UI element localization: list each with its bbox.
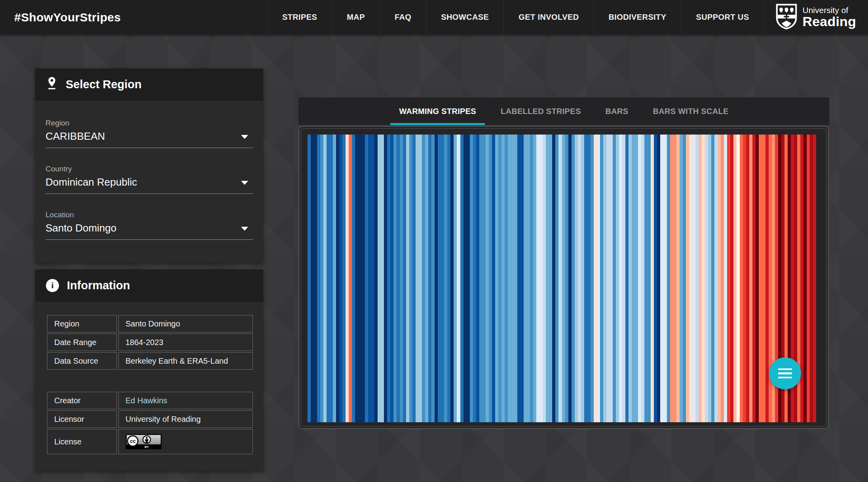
stripe-year-1889	[387, 135, 390, 422]
stripe-year-1866	[314, 135, 317, 422]
stripe-year-1949	[578, 135, 581, 422]
university-of-reading-logo[interactable]: University of Reading	[764, 0, 868, 34]
stripe-year-1931	[520, 135, 524, 422]
stripe-year-1927	[508, 135, 511, 422]
stripe-year-1898	[416, 135, 419, 422]
stripe-year-1891	[393, 135, 397, 422]
stripe-year-1989	[705, 135, 708, 422]
stripe-year-1876	[346, 135, 349, 422]
stripe-year-1966	[632, 135, 635, 422]
location-label: Location	[46, 211, 253, 219]
svg-text:BY: BY	[144, 445, 149, 449]
location-value: Santo Domingo	[46, 222, 253, 234]
stripe-year-2022	[810, 135, 813, 422]
stripe-year-1984	[689, 135, 692, 422]
stripe-year-1874	[339, 135, 342, 422]
stripe-year-1871	[330, 135, 333, 422]
stripe-year-1864	[308, 135, 311, 422]
stripe-year-1897	[412, 135, 416, 422]
stripe-year-1963	[622, 135, 625, 422]
stripe-year-1887	[381, 135, 384, 422]
dropdown-region[interactable]: RegionCARIBBEAN	[46, 119, 253, 148]
stripe-year-2023	[813, 135, 816, 422]
stripe-year-1971	[648, 135, 651, 422]
stripe-year-2020	[803, 135, 807, 422]
info-label-licensor: Licensor	[47, 410, 117, 428]
stripe-year-2004	[752, 135, 756, 422]
site-brand[interactable]: #ShowYourStripes	[0, 0, 121, 34]
stripe-year-1962	[619, 135, 622, 422]
cc-by-license-badge[interactable]: cc BY	[125, 434, 162, 450]
stripe-year-1940	[549, 135, 552, 422]
stripe-year-1995	[724, 135, 727, 422]
stripe-year-2007	[762, 135, 765, 422]
nav-item-map[interactable]: MAP	[332, 0, 380, 34]
stripe-year-1945	[565, 135, 568, 422]
information-title: Information	[67, 279, 130, 292]
navbar: #ShowYourStripes STRIPESMAPFAQSHOWCASEGE…	[0, 0, 868, 34]
stripe-year-1896	[409, 135, 412, 422]
stripe-year-1928	[511, 135, 514, 422]
stripe-year-1970	[644, 135, 648, 422]
info-icon: i	[46, 279, 59, 292]
chevron-down-icon	[241, 227, 248, 231]
stripe-year-1875	[342, 135, 346, 422]
location-pin-icon	[46, 76, 58, 93]
stripe-year-1884	[371, 135, 374, 422]
dropdown-country[interactable]: CountryDominican Republic	[46, 165, 253, 194]
nav-item-stripes[interactable]: STRIPES	[267, 0, 332, 34]
info-value-creator[interactable]: Ed Hawkins	[118, 392, 253, 409]
menu-icon	[778, 368, 792, 370]
stripe-year-1899	[419, 135, 422, 422]
stripe-year-2003	[749, 135, 752, 422]
university-shield-icon	[776, 4, 797, 31]
stripe-year-1948	[575, 135, 578, 422]
stripe-year-1914	[467, 135, 470, 422]
nav-item-biodiversity[interactable]: BIODIVERSITY	[594, 0, 681, 34]
nav-item-get-involved[interactable]: GET INVOLVED	[503, 0, 593, 34]
stripe-year-1993	[718, 135, 721, 422]
tab-bars[interactable]: BARS	[597, 97, 637, 125]
nav-item-support-us[interactable]: SUPPORT US	[681, 0, 764, 34]
stripe-year-1906	[441, 135, 444, 422]
stripe-year-1936	[536, 135, 539, 422]
stripe-year-1910	[454, 135, 457, 422]
stripe-year-1935	[533, 135, 536, 422]
dropdown-location[interactable]: LocationSanto Domingo	[46, 211, 253, 240]
stripe-year-1894	[403, 135, 406, 422]
info-table-secondary: CreatorEd HawkinsLicensorUniversity of R…	[47, 392, 253, 454]
stripe-year-1882	[365, 135, 368, 422]
stripe-year-2005	[756, 135, 759, 422]
stripe-year-1888	[384, 135, 387, 422]
stripe-year-1925	[501, 135, 505, 422]
stripe-year-2000	[740, 135, 743, 422]
nav-item-faq[interactable]: FAQ	[380, 0, 426, 34]
stripe-year-1908	[447, 135, 450, 422]
stripe-year-1957	[603, 135, 606, 422]
select-region-header: Select Region	[35, 68, 263, 101]
stripe-year-1986	[695, 135, 699, 422]
stripe-year-2006	[759, 135, 762, 422]
stripe-year-1976	[664, 135, 667, 422]
chevron-down-icon	[241, 181, 248, 185]
nav-item-showcase[interactable]: SHOWCASE	[426, 0, 503, 34]
stripe-year-1992	[714, 135, 718, 422]
info-value-date-range: 1864-2023	[118, 334, 253, 351]
stripe-year-1918	[479, 135, 482, 422]
information-body: RegionSanto DomingoDate Range1864-2023Da…	[35, 302, 263, 471]
stripe-year-1967	[635, 135, 638, 422]
stripe-year-1895	[406, 135, 409, 422]
stripe-year-1955	[597, 135, 600, 422]
stripe-year-1912	[460, 135, 463, 422]
tab-bars-with-scale[interactable]: BARS WITH SCALE	[644, 97, 737, 125]
stripe-year-1999	[737, 135, 740, 422]
tab-labelled-stripes[interactable]: LABELLED STRIPES	[492, 97, 590, 125]
info-label-creator: Creator	[47, 392, 117, 409]
stripe-year-1877	[349, 135, 352, 422]
nav-menu: STRIPESMAPFAQSHOWCASEGET INVOLVEDBIODIVE…	[267, 0, 764, 34]
chart-menu-fab-button[interactable]	[769, 357, 801, 389]
stripe-year-1997	[730, 135, 733, 422]
tab-warming-stripes[interactable]: WARMING STRIPES	[390, 97, 485, 125]
stripe-year-1913	[463, 135, 467, 422]
stripe-year-1923	[495, 135, 498, 422]
